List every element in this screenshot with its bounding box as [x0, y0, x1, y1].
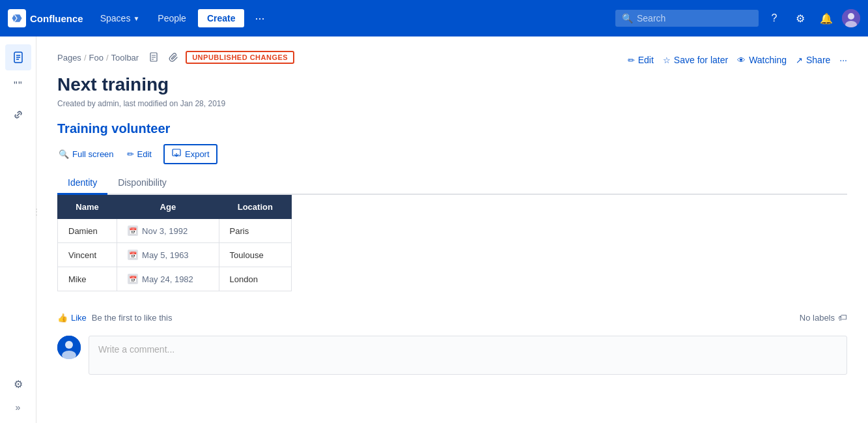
edit-label: Edit — [638, 55, 654, 65]
collapse-icon: » — [16, 402, 21, 413]
calendar-icon-1: 📅 — [128, 226, 138, 236]
more-icon: ··· — [839, 55, 847, 65]
column-location: Location — [219, 196, 291, 219]
svg-point-1 — [848, 13, 854, 20]
table-header-row: Name Age Location — [58, 196, 292, 219]
tab-identity[interactable]: Identity — [57, 172, 107, 195]
breadcrumb-actions: UNPUBLISHED CHANGES — [147, 50, 294, 65]
eye-icon: 👁 — [737, 55, 746, 65]
breadcrumb: Pages / Foo / Toolbar — [57, 50, 294, 65]
tab-row: Identity Disponibility — [57, 172, 847, 195]
logo-text: Confluence — [30, 13, 83, 24]
share-label: Share — [806, 55, 830, 65]
comment-input[interactable]: Write a comment... — [89, 336, 847, 375]
breadcrumb-foo[interactable]: Foo — [89, 53, 104, 63]
comment-area: Write a comment... — [57, 336, 847, 375]
logo-icon — [8, 9, 26, 27]
sidebar-bottom: ⚙ » — [5, 371, 31, 415]
notifications-icon[interactable]: 🔔 — [816, 8, 837, 29]
edit-button[interactable]: ✏ Edit — [628, 55, 654, 65]
save-for-later-button[interactable]: ☆ Save for later — [663, 55, 728, 65]
cell-name-1: Damien — [58, 219, 117, 243]
people-nav[interactable]: People — [151, 9, 193, 27]
section-title: Training volunteer — [57, 121, 847, 136]
watching-label: Watching — [749, 55, 787, 65]
data-table: Name Age Location Damien 📅 Nov 3, 1992 P… — [57, 195, 292, 291]
no-labels-text: No labels — [800, 313, 835, 323]
watching-button[interactable]: 👁 Watching — [737, 55, 787, 65]
date-value-2: May 5, 1963 — [142, 250, 189, 260]
sidebar-item-links[interactable] — [5, 102, 31, 128]
be-first-text: Be the first to like this — [92, 313, 173, 323]
footer-row: 👍 Like Be the first to like this No labe… — [57, 307, 847, 323]
no-labels: No labels 🏷 — [800, 312, 847, 323]
search-box[interactable]: 🔍 — [615, 10, 759, 27]
comment-placeholder: Write a comment... — [98, 344, 175, 355]
like-row: 👍 Like Be the first to like this — [57, 313, 172, 323]
share-icon: ↗ — [796, 55, 803, 65]
create-button[interactable]: Create — [198, 9, 245, 27]
table-row: Damien 📅 Nov 3, 1992 Paris — [58, 219, 292, 243]
spaces-nav[interactable]: Spaces ▼ — [94, 9, 147, 27]
search-icon: 🔍 — [622, 13, 633, 23]
svg-point-16 — [65, 341, 73, 349]
sidebar-settings-icon[interactable]: ⚙ — [5, 371, 31, 397]
share-button[interactable]: ↗ Share — [796, 55, 830, 65]
thumbs-up-icon: 👍 — [57, 313, 68, 323]
page-meta: Created by admin, last modified on Jan 2… — [57, 99, 847, 108]
settings-icon[interactable]: ⚙ — [790, 8, 811, 29]
user-avatar[interactable] — [842, 9, 860, 27]
breadcrumb-pages[interactable]: Pages — [57, 53, 81, 63]
cell-name-3: Mike — [58, 267, 117, 291]
settings-gear-icon: ⚙ — [14, 378, 23, 390]
calendar-icon-2: 📅 — [128, 250, 138, 260]
spaces-label: Spaces — [100, 13, 131, 23]
sidebar-collapse-button[interactable]: » — [5, 400, 31, 415]
table-row: Vincent 📅 May 5, 1963 Toulouse — [58, 243, 292, 267]
tab-disponibility[interactable]: Disponibility — [107, 172, 177, 195]
like-label: Like — [71, 313, 87, 323]
commenter-avatar — [57, 336, 81, 359]
page-more-button[interactable]: ··· — [839, 55, 847, 65]
breadcrumb-toolbar[interactable]: Toolbar — [111, 53, 139, 63]
cell-age-3: 📅 May 24, 1982 — [117, 267, 219, 291]
export-icon — [171, 148, 182, 160]
like-button[interactable]: 👍 Like — [57, 313, 87, 323]
more-nav-button[interactable]: ··· — [249, 9, 270, 28]
content-toolbar: 🔍 Full screen ✏ Edit Export — [57, 144, 847, 164]
sidebar-item-quote[interactable]: " " — [5, 73, 31, 99]
date-cell-3: 📅 May 24, 1982 — [128, 274, 208, 284]
breadcrumb-doc-icon[interactable] — [147, 50, 162, 65]
date-cell-2: 📅 May 5, 1963 — [128, 250, 208, 260]
sidebar-drag-handle[interactable]: ⋮ — [34, 199, 39, 225]
cell-name-2: Vincent — [58, 243, 117, 267]
export-button[interactable]: Export — [163, 144, 217, 164]
breadcrumb-sep2: / — [106, 53, 109, 63]
main-content: Pages / Foo / Toolbar — [36, 36, 868, 423]
fullscreen-button[interactable]: 🔍 Full screen — [57, 147, 115, 162]
star-icon: ☆ — [663, 55, 671, 65]
spaces-chevron-icon: ▼ — [133, 15, 139, 22]
help-icon[interactable]: ? — [764, 8, 785, 29]
cell-location-3: London — [219, 267, 291, 291]
calendar-icon-3: 📅 — [128, 274, 138, 284]
breadcrumb-sep1: / — [84, 53, 87, 63]
sidebar-item-document[interactable] — [5, 44, 31, 70]
content-edit-button[interactable]: ✏ Edit — [126, 147, 153, 162]
fullscreen-label: Full screen — [72, 149, 114, 159]
date-value-1: Nov 3, 1992 — [142, 226, 188, 236]
table-row: Mike 📅 May 24, 1982 London — [58, 267, 292, 291]
search-input[interactable] — [637, 13, 752, 23]
logo[interactable]: Confluence — [8, 9, 83, 27]
date-cell-1: 📅 Nov 3, 1992 — [128, 226, 208, 236]
breadcrumb-attach-icon[interactable] — [166, 50, 182, 65]
pencil-icon: ✏ — [127, 149, 134, 159]
content-edit-label: Edit — [137, 149, 152, 159]
column-name: Name — [58, 196, 117, 219]
content-section: Training volunteer 🔍 Full screen ✏ Edit — [57, 121, 847, 291]
page-actions: ✏ Edit ☆ Save for later 👁 Watching ↗ Sha… — [628, 55, 847, 65]
left-sidebar: " " ⚙ » — [0, 36, 36, 423]
cell-age-1: 📅 Nov 3, 1992 — [117, 219, 219, 243]
date-value-3: May 24, 1982 — [142, 274, 193, 284]
cell-location-2: Toulouse — [219, 243, 291, 267]
